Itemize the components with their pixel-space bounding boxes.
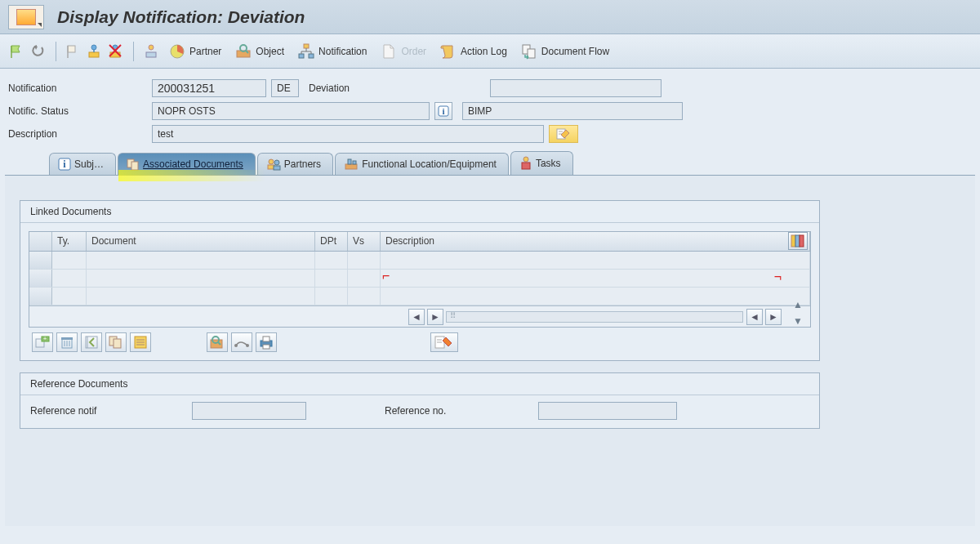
svg-point-9 <box>149 45 154 50</box>
edit-doc-button[interactable] <box>430 332 458 352</box>
header-area: Notification Deviation Notific. Status i… <box>0 69 980 175</box>
notification-label: Notification <box>318 46 367 57</box>
delete-row-button[interactable] <box>56 332 78 352</box>
col-vs[interactable]: Vs <box>348 232 381 251</box>
svg-point-61 <box>246 344 249 347</box>
svg-rect-45 <box>61 337 73 340</box>
notification-extra-field[interactable] <box>490 79 662 97</box>
svg-rect-52 <box>114 339 121 348</box>
flag2-icon[interactable] <box>65 42 82 60</box>
page-title: Display Notification: Deviation <box>57 7 305 27</box>
row-selector[interactable] <box>29 288 52 305</box>
col-dpt[interactable]: DPt <box>315 232 348 251</box>
document-flow-label: Document Flow <box>541 46 609 57</box>
grid-vscroll[interactable]: ▲ ▼ <box>786 232 810 327</box>
notification-number-field[interactable] <box>152 79 266 97</box>
app-icon[interactable] <box>8 5 44 29</box>
long-text-button[interactable] <box>549 125 578 143</box>
svg-rect-34 <box>348 159 351 164</box>
cancel-putaway-icon[interactable] <box>107 42 125 60</box>
nav-prev-button[interactable] <box>81 332 102 352</box>
notification-label: Notification <box>8 82 147 94</box>
description-field[interactable] <box>152 125 544 143</box>
reference-notif-field[interactable] <box>192 402 306 420</box>
tab-partners[interactable]: Partners <box>257 153 333 175</box>
title-bar: Display Notification: Deviation <box>0 0 980 34</box>
tab-tasks-label: Tasks <box>536 158 561 169</box>
svg-text:+: + <box>43 336 47 341</box>
col-type[interactable]: Ty. <box>52 232 87 251</box>
next-col-button[interactable]: ◄ <box>746 309 763 325</box>
separator <box>56 42 56 61</box>
grid-header: Ty. Document DPt Vs Description <box>29 232 810 252</box>
undo-icon[interactable] <box>29 42 47 60</box>
select-all-col[interactable] <box>29 232 52 251</box>
first-col-button[interactable]: ◄ <box>408 309 425 325</box>
docs-icon <box>127 158 140 171</box>
reference-no-label: Reference no. <box>385 405 532 417</box>
table-row[interactable] <box>29 288 810 305</box>
notification-button[interactable]: Notification <box>292 39 372 64</box>
assign-button[interactable] <box>231 332 252 352</box>
svg-rect-64 <box>263 345 270 349</box>
col-document[interactable]: Document <box>87 232 315 251</box>
status-field[interactable] <box>152 102 430 120</box>
tab-tasks[interactable]: Tasks <box>510 151 573 175</box>
col-description[interactable]: Description <box>381 232 810 251</box>
tab-subjects[interactable]: i Subj… <box>49 153 116 175</box>
svg-point-29 <box>269 159 274 164</box>
partner-button[interactable]: Partner <box>163 39 226 64</box>
table-settings-button[interactable] <box>788 232 808 250</box>
tab-assoc-label: Associated Documents <box>143 158 243 170</box>
order-button: Order <box>375 39 431 64</box>
svg-point-36 <box>523 157 528 162</box>
flag-icon[interactable] <box>8 42 26 60</box>
svg-rect-38 <box>791 235 795 247</box>
svg-rect-40 <box>800 235 804 247</box>
table-row[interactable] <box>29 252 810 270</box>
hierarchy-icon <box>297 42 315 60</box>
action-log-label: Action Log <box>461 46 507 57</box>
print-doc-button[interactable] <box>256 332 277 352</box>
hscroll-track[interactable]: ⠿ <box>446 311 743 323</box>
copy-button[interactable] <box>105 332 127 352</box>
row-selector[interactable] <box>29 270 52 287</box>
reference-documents-title: Reference Documents <box>20 373 819 395</box>
display-button[interactable] <box>207 332 228 352</box>
tab-functional-location[interactable]: Functional Location/Equipment <box>335 153 509 175</box>
svg-point-30 <box>274 160 279 165</box>
svg-rect-37 <box>522 163 530 169</box>
row-selector[interactable] <box>29 252 52 269</box>
status-info-button[interactable]: i <box>434 102 452 120</box>
scroll-up-icon[interactable]: ▲ <box>793 299 803 310</box>
action-log-button[interactable]: Action Log <box>434 39 512 64</box>
org-icon[interactable] <box>142 42 160 60</box>
tab-associated-documents[interactable]: Associated Documents <box>118 153 256 175</box>
document-flow-button[interactable]: Document Flow <box>515 39 614 64</box>
last-col-button[interactable]: ► <box>765 309 782 325</box>
svg-rect-33 <box>345 164 357 169</box>
svg-rect-3 <box>89 52 99 57</box>
status-label: Notific. Status <box>8 105 147 117</box>
equipment-icon <box>344 158 359 171</box>
partner-label: Partner <box>189 46 221 57</box>
list-button[interactable] <box>130 332 151 352</box>
svg-point-60 <box>234 344 238 347</box>
table-row[interactable]: ⌐ ¬ <box>29 270 810 288</box>
svg-rect-16 <box>299 54 304 58</box>
putaway-icon[interactable] <box>86 42 104 60</box>
prev-col-button[interactable]: ► <box>427 309 443 325</box>
object-button[interactable]: Object <box>229 39 289 64</box>
grid-body[interactable]: ⌐ ¬ <box>29 252 810 305</box>
notification-type-code[interactable] <box>271 79 299 97</box>
reference-notif-label: Reference notif <box>30 405 185 417</box>
reference-no-field[interactable] <box>538 402 677 420</box>
description-label: Description <box>8 128 147 140</box>
tab-partners-label: Partners <box>284 158 321 170</box>
status2-field[interactable] <box>462 102 683 120</box>
scroll-down-icon[interactable]: ▼ <box>793 315 803 327</box>
insert-row-button[interactable]: + <box>32 332 53 352</box>
person-icon <box>519 156 532 171</box>
reference-documents-group: Reference Documents Reference notif Refe… <box>20 372 820 429</box>
linked-documents-title: Linked Documents <box>20 201 819 223</box>
